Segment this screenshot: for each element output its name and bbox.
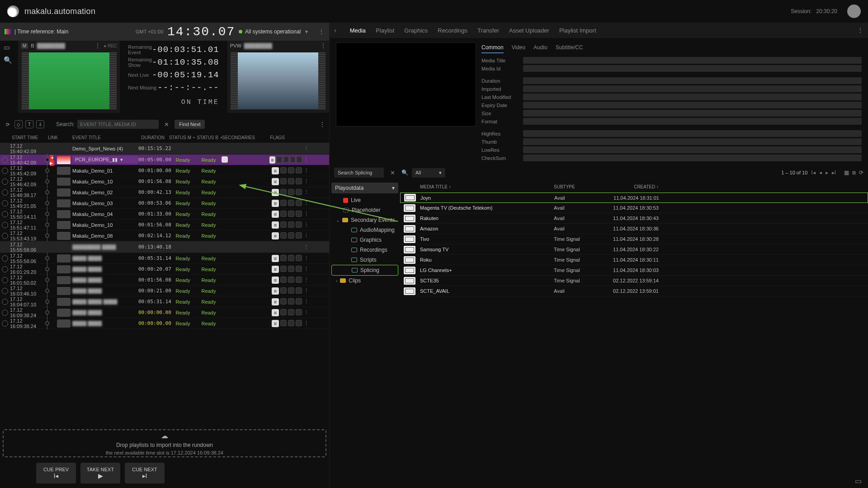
rundown-row[interactable]: 17.12 15:40:42.09Demo_Sport_News (4)00:1… [0,143,329,155]
metadata-tab-audio[interactable]: Audio [533,44,547,53]
rundown-row[interactable]: 17.12 16:01:50.02████ ████00:01:56.08Rea… [0,275,329,286]
right-tab-menu-icon[interactable]: ⋮ [857,27,863,34]
cue-next-button[interactable]: CUE NEXT▸I [125,463,165,483]
tree-item-audiomapping[interactable]: AudioMapping [331,225,398,235]
tree-item-clips[interactable]: ›Clips [331,276,398,286]
row-menu-icon[interactable]: ⋮ [302,266,310,272]
asset-row[interactable]: AmazonAvail11.04.2024 18:30:36 [400,224,868,234]
tab-transfer[interactable]: Transfer [477,27,499,34]
tab-playlist-import[interactable]: Playlist Import [559,27,596,34]
rundown-row[interactable]: 17.12 15:49:21.05Makalu_Demo_0300:00:53.… [0,198,329,209]
playlist-dropzone[interactable]: ☁ Drop playlists to import into the rund… [3,429,326,457]
row-menu-icon[interactable]: ⋮ [302,320,310,326]
pager-next-icon[interactable]: ▸ [826,169,828,176]
rundown-row[interactable]: 17.12 15:45:42.09Makalu_Demo_0100:01:00.… [0,165,329,176]
tree-item-splicing[interactable]: Splicing [331,265,398,276]
rundown-row[interactable]: 17.12 16:01:29.20████ ████00:00:20.07Rea… [0,264,329,275]
asset-row[interactable]: LG Channels+Time Signal11.04.2024 18:30:… [400,265,868,276]
row-menu-icon[interactable]: ⋮ [302,299,310,305]
pgm-menu-icon[interactable]: ⋮ [94,42,101,49]
asset-col-title[interactable]: MEDIA TITLE ↑ [420,184,554,189]
rundown-row[interactable]: 17.12 15:51:47.11Makalu_Demo_1000:01:56.… [0,220,329,230]
tree-header[interactable]: Playoutdata▾ [331,183,398,193]
rundown-row[interactable]: 17.12 15:48:38.17Makalu_Demo_0200:00:42.… [0,187,329,198]
asset-row[interactable]: Samsung TVTime Signal11.04.2024 18:30:22 [400,244,868,255]
monitor-icon[interactable]: ▭ [4,43,12,52]
asset-row[interactable]: RakutenAvail11.04.2024 18:30:43 [400,213,868,224]
grid-view-icon[interactable]: ▦ [844,169,849,176]
pvw-menu-icon[interactable]: ⋮ [320,42,326,49]
rundown-row[interactable]: 17.12 15:55:58.06████████ ████00:13:40.1… [0,241,329,253]
row-menu-icon[interactable]: ⋮ [302,288,310,294]
asset-row[interactable]: RokuTime Signal11.04.2024 18:30:11 [400,255,868,265]
rundown-row[interactable]: 17.12 16:09:38.24████ ████00:00:00.00Rea… [0,318,329,329]
tool-icon-3[interactable]: ⇩ [36,120,44,128]
search-input[interactable] [77,120,159,129]
asset-row[interactable]: SCTE35Time Signal02.12.2022 13:59:14 [400,276,868,286]
row-menu-icon[interactable]: ⋮ [302,200,310,206]
tree-item-live[interactable]: Live [331,195,398,205]
system-status[interactable]: All systems operational [239,28,308,35]
cue-prev-button[interactable]: CUE PREVI◂ [36,463,76,483]
rundown-list[interactable]: 17.12 15:40:42.09Demo_Sport_News (4)00:1… [0,143,329,427]
rundown-menu-icon[interactable]: ⋮ [319,121,326,128]
tab-playlist[interactable]: Playlist [376,27,394,34]
pager-prev-icon[interactable]: ◂ [819,169,822,176]
rec-indicator[interactable]: ● REC [104,43,117,48]
browser-search-clear-icon[interactable]: ✕ [387,169,398,176]
asset-col-created[interactable]: CREATED ↑ [605,184,659,189]
asset-row[interactable]: JoynAvail11.04.2024 18:31:01 [400,192,868,203]
asset-row[interactable]: TivoTime Signal11.04.2024 18:30:28 [400,234,868,244]
rundown-row[interactable]: 17.12 15:46:42.09Makalu_Demo_1000:01:56.… [0,176,329,187]
take-next-button[interactable]: TAKE NEXT▶ [80,463,120,483]
pager-last-icon[interactable]: ▸I [832,169,836,176]
row-menu-icon[interactable]: ⋮ [302,244,310,250]
rundown-row[interactable]: 17.12 15:55:58.06████ ████00:05:31.14Rea… [0,253,329,264]
user-avatar[interactable] [847,5,861,18]
browser-filter[interactable]: All▾ [412,168,445,178]
header-menu-icon[interactable]: ⋮ [318,28,325,35]
tree-item-recordings[interactable]: Recordings [331,245,398,255]
row-menu-icon[interactable]: ⋮ [302,178,310,184]
expand-icon[interactable]: › [334,27,336,34]
tab-asset-uploader[interactable]: Asset Uploader [509,27,549,34]
metadata-tab-subtitle-cc[interactable]: Subtitle/CC [556,44,583,53]
tab-media[interactable]: Media [350,27,366,34]
metadata-tab-common[interactable]: Common [481,44,504,53]
tab-recordings[interactable]: Recordings [438,27,467,34]
pager-first-icon[interactable]: I◂ [811,169,815,176]
asset-row[interactable]: SCTE_AVAILAvail02.12.2022 13:59:01 [400,286,868,296]
dock-icon[interactable]: ▭ [855,477,862,485]
tree-item-graphics[interactable]: Graphics [331,235,398,245]
rundown-row[interactable]: 17.12 16:09:38.24████ ████00:00:00.00Rea… [0,307,329,318]
clear-search-icon[interactable]: ✕ [161,121,172,128]
tool-icon-1[interactable]: ◇ [14,120,23,128]
find-next-button[interactable]: Find Next [175,120,205,129]
asset-row[interactable]: Magenta TV (Deutsche Telekom)Avail11.04.… [400,203,868,213]
tree-item-scripts[interactable]: Scripts [331,255,398,265]
browser-refresh-icon[interactable]: ⟳ [859,169,863,176]
row-menu-icon[interactable]: ⋮ [302,255,310,261]
rundown-row[interactable]: 17.12 15:50:14.11Makalu_Demo_0400:01:33.… [0,209,329,220]
row-menu-icon[interactable]: ⋮ [302,310,310,315]
row-menu-icon[interactable]: ⋮ [302,233,310,239]
search-icon[interactable]: 🔍 [4,56,12,64]
browser-search-icon[interactable]: 🔍 [401,169,408,176]
rundown-row[interactable]: 17.12 15:53:43.19Makalu_Demo_0800:02:14.… [0,230,329,241]
tree-item-secondary-events[interactable]: ⌄Secondary Events [331,215,398,225]
refresh-icon[interactable]: ⟳ [4,120,12,128]
row-menu-icon[interactable]: ⋮ [302,189,310,195]
rundown-row[interactable]: 17.12 16:04:07.10████ ████ ████00:05:31.… [0,296,329,307]
row-menu-icon[interactable]: ⋮ [302,222,310,228]
tab-graphics[interactable]: Graphics [404,27,428,34]
rundown-row[interactable]: 17.12 16:03:46.10████ ████00:00:21.00Rea… [0,286,329,296]
tool-icon-2[interactable]: T [25,120,33,128]
row-menu-icon[interactable]: ⋮ [302,277,310,283]
row-menu-icon[interactable]: ⋮ [302,168,310,174]
row-menu-icon[interactable]: ⋮ [302,211,310,217]
metadata-tab-video[interactable]: Video [512,44,525,53]
row-menu-icon[interactable]: ⋮ [302,145,310,151]
rundown-row[interactable]: 17.12 15:40:42.09● ▶PCR_EUROPE_▮▮00:05:0… [0,155,329,165]
browser-search-input[interactable] [334,168,384,178]
row-menu-icon[interactable]: ⋮ [302,157,310,163]
